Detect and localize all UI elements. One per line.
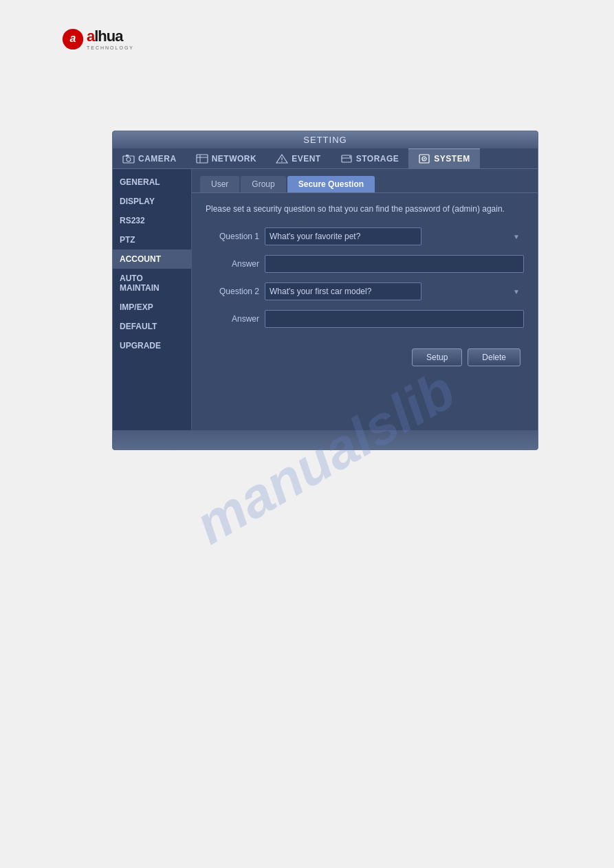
- sub-tab-group[interactable]: Group: [241, 176, 285, 192]
- sub-tabs: User Group Secure Question: [192, 169, 538, 193]
- network-nav-icon: [196, 154, 208, 164]
- nav-tab-storage[interactable]: STORAGE: [331, 148, 409, 168]
- system-nav-icon: [418, 154, 430, 164]
- svg-text:a: a: [70, 32, 76, 44]
- sidebar-item-ptz[interactable]: PTZ: [113, 230, 191, 249]
- info-text: Please set a security question so that y…: [206, 203, 524, 215]
- answer2-input[interactable]: [265, 310, 524, 328]
- logo-icon: a: [62, 28, 84, 50]
- nav-tab-network[interactable]: NETWORK: [186, 148, 267, 168]
- sidebar-item-account[interactable]: ACCOUNT: [113, 249, 191, 269]
- question1-select-wrapper: What's your favorite pet? What's your mo…: [265, 227, 524, 245]
- question1-label: Question 1: [206, 232, 259, 241]
- sidebar-item-rs232[interactable]: RS232: [113, 211, 191, 230]
- svg-rect-4: [126, 155, 129, 157]
- title-bar: SETTING: [113, 131, 538, 148]
- top-nav: CAMERA NETWORK EVENT STORAGE: [113, 148, 538, 169]
- storage-nav-icon: [340, 154, 353, 164]
- answer1-label: Answer: [206, 259, 259, 269]
- svg-point-10: [281, 161, 283, 162]
- sidebar-item-upgrade[interactable]: UPGRADE: [113, 336, 191, 355]
- answer2-row: Answer: [206, 310, 524, 328]
- delete-button[interactable]: Delete: [468, 348, 520, 366]
- nav-tab-camera-label: CAMERA: [138, 154, 177, 164]
- nav-tab-system-label: SYSTEM: [434, 154, 470, 164]
- camera-nav-icon: [122, 154, 135, 164]
- nav-tab-camera[interactable]: CAMERA: [113, 148, 186, 168]
- main-panel: User Group Secure Question Please set a …: [192, 169, 538, 441]
- svg-rect-5: [197, 155, 208, 163]
- nav-tab-event[interactable]: EVENT: [266, 148, 331, 168]
- svg-point-16: [424, 158, 425, 159]
- setup-button[interactable]: Setup: [412, 348, 462, 366]
- nav-tab-system[interactable]: SYSTEM: [408, 148, 479, 168]
- question2-row: Question 2 What's your first car model? …: [206, 282, 524, 300]
- question2-label: Question 2: [206, 287, 259, 296]
- button-row: Setup Delete: [206, 348, 524, 366]
- question2-select-wrapper: What's your first car model? What's your…: [265, 282, 524, 300]
- question1-row: Question 1 What's your favorite pet? Wha…: [206, 227, 524, 245]
- answer2-label: Answer: [206, 314, 259, 324]
- nav-tab-event-label: EVENT: [292, 154, 321, 164]
- svg-point-13: [349, 156, 351, 157]
- logo-text: alhua: [87, 27, 122, 45]
- sidebar-item-auto-maintain[interactable]: AUTO MAINTAIN: [113, 269, 191, 298]
- sidebar-item-general[interactable]: GENERAL: [113, 173, 191, 192]
- sidebar-item-display[interactable]: DISPLAY: [113, 192, 191, 211]
- question1-select[interactable]: What's your favorite pet? What's your mo…: [265, 227, 421, 245]
- content-area: GENERAL DISPLAY RS232 PTZ ACCOUNT AUTO M…: [113, 169, 538, 441]
- nav-tab-network-label: NETWORK: [212, 154, 257, 164]
- nav-tab-storage-label: STORAGE: [356, 154, 399, 164]
- panel-content: Please set a security question so that y…: [192, 193, 538, 376]
- answer1-input[interactable]: [265, 255, 524, 273]
- question2-select[interactable]: What's your first car model? What's your…: [265, 282, 421, 300]
- sub-tab-secure-question[interactable]: Secure Question: [287, 176, 375, 192]
- event-nav-icon: [276, 154, 288, 164]
- window-title: SETTING: [303, 135, 347, 145]
- answer1-row: Answer: [206, 255, 524, 273]
- bottom-bar: [113, 430, 538, 449]
- main-window: SETTING CAMERA NETWORK E: [112, 131, 538, 450]
- logo-subtitle: TECHNOLOGY: [87, 45, 134, 50]
- logo: a alhua TECHNOLOGY: [62, 27, 134, 50]
- sidebar-item-imp-exp[interactable]: IMP/EXP: [113, 298, 191, 317]
- svg-point-3: [127, 157, 131, 162]
- sub-tab-user[interactable]: User: [200, 176, 239, 192]
- sidebar-item-default[interactable]: DEFAULT: [113, 317, 191, 336]
- sidebar: GENERAL DISPLAY RS232 PTZ ACCOUNT AUTO M…: [113, 169, 192, 441]
